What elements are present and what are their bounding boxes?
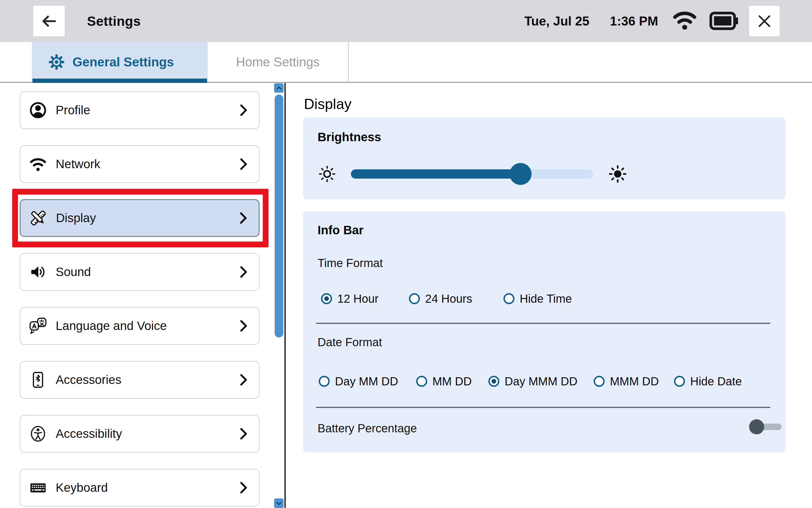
speaker-icon (29, 263, 47, 281)
date-format-label: Date Format (317, 336, 382, 349)
sidebar-item-label: Network (56, 157, 100, 171)
radio-label: Hide Date (690, 375, 742, 388)
sidebar-item-display[interactable]: Display (20, 199, 260, 237)
chevron-right-icon (240, 482, 247, 494)
tablet-bluetooth-icon (29, 371, 47, 389)
status-time: 1:36 PM (610, 0, 658, 42)
sidebar-item-network[interactable]: Network (20, 145, 260, 183)
sidebar-item-label: Keyboard (56, 481, 108, 495)
sidebar-item-label: Accessories (56, 373, 121, 387)
translate-icon (29, 317, 47, 335)
date-format-option-day-mm-dd[interactable]: Day MM DD (319, 374, 398, 388)
chevron-right-icon (240, 266, 247, 278)
pencil-ruler-icon (29, 209, 47, 227)
radio-label: Hide Time (520, 292, 572, 305)
toggle-knob (749, 419, 764, 434)
date-format-option-day-mmm-dd[interactable]: Day MMM DD (488, 374, 578, 388)
sidebar-content-divider (285, 83, 286, 508)
sidebar-item-label: Sound (56, 265, 91, 279)
time-format-option-hide-time[interactable]: Hide Time (504, 291, 572, 306)
tab-general-settings-label: General Settings (73, 55, 174, 69)
radio-icon (594, 376, 605, 387)
brightness-panel: Brightness (303, 118, 785, 200)
time-format-label: Time Format (317, 257, 383, 270)
radio-icon (319, 376, 330, 387)
top-bar: Settings Tue, Jul 25 1:36 PM (0, 0, 812, 42)
scrollbar-down-button[interactable] (274, 499, 284, 508)
info-bar-panel: Info Bar Time Format 12 Hour 24 Hours Hi… (303, 211, 785, 452)
back-button[interactable] (33, 6, 65, 36)
radio-icon (409, 293, 420, 304)
close-icon (757, 14, 772, 29)
sidebar-item-keyboard[interactable]: Keyboard (20, 469, 260, 507)
radio-label: Day MMM DD (505, 375, 578, 388)
sidebar-item-label: Language and Voice (56, 319, 167, 333)
time-format-option-24-hours[interactable]: 24 Hours (409, 291, 472, 306)
wifi-icon (29, 155, 47, 173)
accessibility-icon (29, 425, 47, 443)
tab-home-settings[interactable]: Home Settings (208, 42, 349, 82)
chevron-right-icon (240, 374, 247, 386)
gear-icon (49, 54, 65, 70)
chevron-right-icon (240, 428, 247, 439)
page-title: Settings (87, 0, 141, 42)
keyboard-icon (29, 479, 47, 497)
brightness-low-icon (318, 165, 336, 183)
radio-icon (674, 376, 685, 387)
radio-icon (488, 376, 499, 387)
sidebar-item-label: Accessibility (56, 427, 122, 441)
radio-label: MM DD (432, 375, 472, 388)
sidebar-item-label: Profile (56, 103, 90, 117)
profile-icon (29, 101, 47, 119)
battery-percentage-label: Battery Percentage (317, 422, 417, 435)
radio-label: 24 Hours (425, 292, 472, 305)
brightness-slider-thumb[interactable] (510, 163, 531, 185)
sidebar-item-label: Display (56, 211, 96, 225)
radio-label: 12 Hour (337, 292, 378, 305)
chevron-right-icon (240, 104, 247, 116)
brightness-high-icon (608, 165, 627, 183)
sidebar-item-accessibility[interactable]: Accessibility (20, 415, 260, 453)
brightness-slider-fill (351, 169, 520, 179)
date-format-option-mm-dd[interactable]: MM DD (416, 374, 472, 388)
tab-bar: General Settings Home Settings (0, 42, 812, 83)
chevron-right-icon (240, 320, 247, 332)
tab-general-settings[interactable]: General Settings (32, 42, 208, 82)
content-heading: Display (304, 96, 351, 113)
chevron-right-icon (240, 212, 247, 224)
date-format-option-mmm-dd[interactable]: MMM DD (594, 374, 659, 388)
settings-screen: Settings Tue, Jul 25 1:36 PM (0, 0, 812, 508)
radio-icon (416, 376, 427, 387)
brightness-slider[interactable] (351, 169, 593, 179)
close-button[interactable] (749, 6, 779, 36)
battery-status-icon (709, 12, 738, 30)
brightness-title: Brightness (317, 130, 381, 144)
radio-icon (321, 293, 332, 304)
tab-home-settings-label: Home Settings (236, 55, 320, 69)
radio-label: MMM DD (610, 375, 659, 388)
section-divider (316, 407, 770, 408)
info-bar-title: Info Bar (317, 223, 364, 237)
sidebar-item-accessories[interactable]: Accessories (20, 361, 260, 399)
wifi-status-icon (672, 10, 697, 31)
status-date: Tue, Jul 25 (524, 0, 589, 42)
sidebar-item-sound[interactable]: Sound (20, 253, 260, 291)
date-format-option-hide-date[interactable]: Hide Date (674, 374, 742, 388)
sidebar-item-language-and-voice[interactable]: Language and Voice (20, 307, 260, 345)
scrollbar-up-button[interactable] (274, 83, 284, 93)
sidebar-item-profile[interactable]: Profile (20, 91, 260, 129)
battery-percentage-toggle[interactable] (749, 419, 788, 434)
chevron-right-icon (240, 158, 247, 170)
time-format-option-12-hour[interactable]: 12 Hour (321, 291, 378, 306)
scrollbar-thumb[interactable] (274, 94, 283, 338)
back-arrow-icon (41, 13, 57, 30)
section-divider (316, 323, 770, 324)
radio-label: Day MM DD (335, 375, 398, 388)
radio-icon (504, 293, 514, 304)
